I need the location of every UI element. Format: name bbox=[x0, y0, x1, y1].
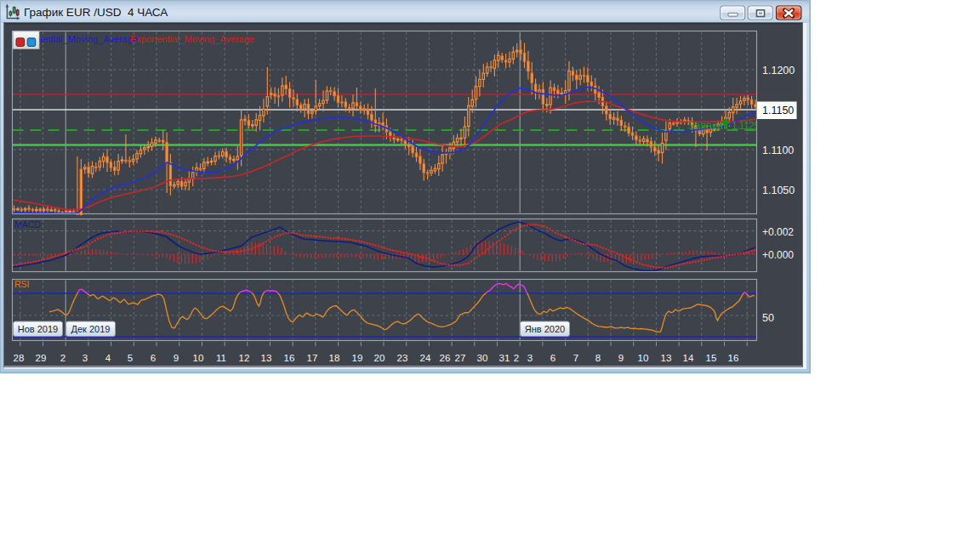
svg-text:6: 6 bbox=[550, 353, 556, 363]
svg-text:10: 10 bbox=[638, 353, 649, 363]
svg-text:График EUR /USD 4 ЧАСА: График EUR /USD 4 ЧАСА bbox=[24, 6, 168, 19]
svg-text:MACD: MACD bbox=[14, 219, 41, 230]
svg-text:16: 16 bbox=[284, 353, 295, 363]
svg-text:29: 29 bbox=[36, 353, 47, 363]
svg-text:18: 18 bbox=[329, 353, 340, 363]
svg-text:8: 8 bbox=[595, 353, 601, 363]
svg-text:12: 12 bbox=[239, 353, 250, 363]
svg-text:26: 26 bbox=[440, 353, 451, 363]
svg-text:Дек 2019: Дек 2019 bbox=[71, 324, 111, 334]
svg-text:6: 6 bbox=[151, 353, 156, 363]
svg-text:1.1150: 1.1150 bbox=[762, 105, 794, 116]
svg-text:7: 7 bbox=[573, 353, 578, 363]
svg-text:Нов 2019: Нов 2019 bbox=[18, 324, 58, 334]
svg-text:23: 23 bbox=[397, 353, 408, 363]
svg-text:10: 10 bbox=[193, 353, 204, 363]
svg-text:1.1125: 1.1125 bbox=[732, 120, 760, 132]
svg-text:50: 50 bbox=[762, 312, 774, 324]
svg-text:9: 9 bbox=[618, 353, 624, 363]
svg-text:5: 5 bbox=[128, 353, 133, 363]
svg-text:1.1200: 1.1200 bbox=[762, 65, 795, 77]
svg-text:16: 16 bbox=[728, 353, 739, 363]
svg-text:Янв 2020: Янв 2020 bbox=[525, 324, 565, 334]
svg-text:14: 14 bbox=[683, 353, 694, 363]
svg-text:RSI: RSI bbox=[14, 279, 30, 289]
svg-text:27: 27 bbox=[455, 353, 466, 363]
svg-text:Exponential_Moving_Average: Exponential_Moving_Average bbox=[130, 34, 254, 44]
svg-text:4: 4 bbox=[105, 353, 111, 363]
svg-text:3: 3 bbox=[527, 353, 533, 363]
svg-text:15: 15 bbox=[706, 353, 717, 363]
svg-text:11: 11 bbox=[216, 353, 226, 363]
svg-text:2: 2 bbox=[60, 353, 66, 363]
svg-text:17: 17 bbox=[307, 353, 318, 363]
svg-text:13: 13 bbox=[261, 353, 272, 363]
svg-text:1.1050: 1.1050 bbox=[762, 185, 795, 196]
svg-text:Заявка: Заявка bbox=[688, 120, 723, 132]
svg-text:20: 20 bbox=[374, 353, 385, 363]
svg-text:1.1100: 1.1100 bbox=[762, 145, 794, 156]
svg-text:3: 3 bbox=[83, 353, 88, 363]
svg-text:13: 13 bbox=[661, 353, 672, 363]
svg-text:+0.002: +0.002 bbox=[762, 226, 794, 238]
svg-text:24: 24 bbox=[420, 353, 431, 363]
svg-text:2: 2 bbox=[514, 353, 519, 363]
svg-text:9: 9 bbox=[174, 353, 179, 363]
svg-text:19: 19 bbox=[352, 353, 363, 363]
svg-text:+0.000: +0.000 bbox=[762, 249, 794, 261]
svg-text:31: 31 bbox=[499, 353, 510, 363]
svg-text:28: 28 bbox=[14, 353, 25, 363]
svg-text:30: 30 bbox=[477, 353, 488, 363]
